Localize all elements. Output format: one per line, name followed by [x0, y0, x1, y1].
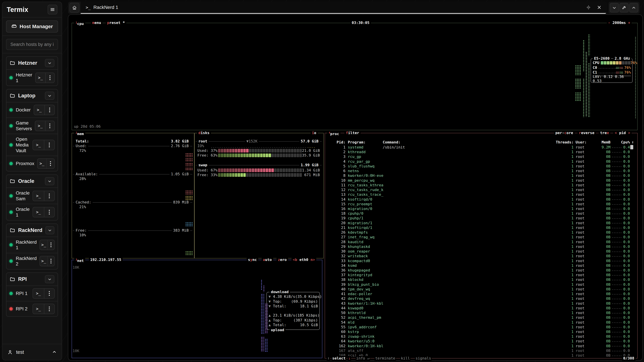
interface-switcher[interactable]: <b eth0 n>	[292, 257, 316, 262]
host-item-rpi-2[interactable]: RPI 2>_	[6, 301, 58, 317]
host-item-racknerd-1[interactable]: RackNerd 1>_	[6, 237, 58, 253]
group-header[interactable]: RackNerd	[6, 224, 58, 237]
open-terminal-button[interactable]: >_	[33, 140, 44, 150]
process-row[interactable]: 10mm_percpu_wq1root0B0.0	[327, 178, 635, 183]
process-row[interactable]: 55ipv6_addrconf1root0B0.0	[327, 325, 635, 330]
auto-button[interactable]: auto	[262, 257, 273, 262]
process-row[interactable]: 43kworker/1:1H-kbl1root0B0.0	[327, 301, 635, 306]
home-button[interactable]	[70, 3, 79, 12]
host-menu-button[interactable]	[44, 304, 54, 314]
process-row[interactable]: 5slub_flushwq1root0B0.0	[327, 164, 635, 169]
open-terminal-button[interactable]: >_	[36, 73, 45, 83]
process-row[interactable]: 27inet_frag_wq1root0B0.0	[327, 235, 635, 240]
sync-button[interactable]: sync	[247, 257, 258, 262]
process-row[interactable]: 41edac-poller1root0B0.0	[327, 292, 635, 296]
host-item-open-media-vault[interactable]: Open Media Vault>_	[6, 134, 58, 156]
process-row[interactable]: 3rcu_gp1root0B0.0	[327, 154, 635, 159]
process-row[interactable]: 167ata_sff1root0B0.0	[327, 349, 635, 353]
select-up-icon[interactable]: ↑	[327, 356, 330, 361]
group-collapse-button[interactable]	[45, 177, 54, 185]
menu-button-terminal[interactable]: menu	[91, 20, 102, 25]
open-terminal-button[interactable]: >_	[38, 159, 46, 168]
open-terminal-button[interactable]: >_	[35, 121, 45, 131]
process-row[interactable]: 13rcu_tasks_trace_1root0B0.0	[327, 192, 635, 197]
process-row[interactable]: 50kthrotld1root0B0.0	[327, 311, 635, 315]
process-row[interactable]: 19cpuhp/11root0B0.0	[327, 216, 635, 221]
group-header[interactable]: Hetzner	[6, 57, 58, 69]
host-item-racknerd-2[interactable]: RackNerd 2>_	[6, 253, 58, 269]
zero-button[interactable]: zero	[276, 257, 288, 262]
menu-button[interactable]	[48, 5, 57, 14]
per-core-button[interactable]: per-core	[554, 131, 574, 135]
group-header[interactable]: Laptop	[6, 89, 58, 102]
process-row[interactable]: 29khungtaskd1root0B0.0	[327, 244, 635, 249]
process-row[interactable]: 21ksoftirqd/11root0B0.0	[327, 225, 635, 230]
interval-increase[interactable]: +	[628, 21, 630, 25]
open-terminal-button[interactable]: >_	[40, 256, 47, 266]
group-collapse-button[interactable]	[45, 275, 54, 283]
process-row[interactable]: 2kthreadd1root0B0.0	[327, 150, 635, 154]
sidebar-footer[interactable]: test	[2, 344, 62, 360]
process-row[interactable]: 33kcompactd01root0B0.0	[327, 259, 635, 263]
host-menu-button[interactable]	[45, 105, 54, 115]
disks-io-toggle[interactable]: io	[310, 131, 318, 135]
group-collapse-button[interactable]	[46, 226, 54, 234]
tree-button[interactable]: tree	[599, 131, 610, 135]
host-menu-button[interactable]	[46, 73, 54, 83]
terminal-window[interactable]: 1cpu menu preset * 03:30:05 - 2000ms + u…	[68, 14, 643, 361]
process-row[interactable]: 16migration/01root0B0.0	[327, 206, 635, 211]
process-row[interactable]: 44kswapd01root0B0.0	[327, 306, 635, 311]
process-row[interactable]: 20migration/11root0B0.0	[327, 221, 635, 225]
process-row[interactable]: 14ksoftirqd/01root0B0.0	[327, 197, 635, 202]
panel-down-button[interactable]	[610, 3, 619, 12]
host-item-hetzner-1[interactable]: Hetzner 1>_	[6, 69, 58, 86]
chevron-up-icon[interactable]	[52, 350, 57, 355]
process-row[interactable]: 4rcu_par_gp1root0B0.0	[327, 159, 635, 164]
process-row[interactable]: 6netns1root0B0.0	[327, 169, 635, 173]
select-down-icon[interactable]: ↓	[348, 356, 351, 361]
info-button[interactable]: info ↵	[356, 356, 370, 361]
process-row[interactable]: 54mld1root0B0.0	[327, 320, 635, 325]
host-item-docker[interactable]: Docker>_	[6, 102, 58, 117]
process-row[interactable]: 15rcu_preempt1root0B0.0	[327, 202, 635, 206]
process-row[interactable]: 1systemd/sbin/init1root9.2M0.4	[327, 145, 635, 150]
process-row[interactable]: 38kblockd1root0B0.0	[327, 277, 635, 282]
tools-button[interactable]	[620, 3, 628, 12]
col-command[interactable]: Command:	[383, 140, 400, 145]
process-row[interactable]: 42devfreq_wq1root0B0.0	[327, 296, 635, 301]
col-program[interactable]: Program:	[348, 140, 366, 145]
filter-button[interactable]: filter	[344, 131, 360, 135]
host-item-rpi-1[interactable]: RPI 1>_	[6, 286, 58, 301]
group-collapse-button[interactable]	[45, 92, 54, 100]
process-row[interactable]: 162kworker/0:1H-kbl1root0B0.0	[327, 344, 635, 349]
group-header[interactable]: RPI	[6, 273, 58, 286]
proc-scrollbar-thumb[interactable]	[630, 145, 633, 149]
process-row[interactable]: 52acpi_thermal_pm1root0B0.0	[327, 315, 635, 320]
host-menu-button[interactable]	[44, 191, 54, 201]
signals-button[interactable]: signals	[415, 356, 432, 361]
process-row[interactable]: 60kstrp1root0B0.0	[327, 330, 635, 334]
host-item-oracle-sam[interactable]: Oracle Sam>_	[6, 188, 58, 204]
open-terminal-button[interactable]: >_	[34, 105, 44, 115]
host-menu-button[interactable]	[44, 207, 54, 217]
col-cpu[interactable]: Cpu%	[611, 140, 630, 145]
process-row[interactable]: 28kauditd1root0B0.0	[327, 240, 635, 244]
reverse-button[interactable]: reverse	[578, 131, 596, 135]
process-row[interactable]: 11rcu_tasks_kthrea1root0B0.0	[327, 183, 635, 188]
process-row[interactable]: 63zswap-shrink1root0B0.0	[327, 334, 635, 339]
col-mem[interactable]: MemB	[588, 140, 610, 145]
col-threads[interactable]: Threads:	[550, 140, 574, 145]
tab-racknerd-1[interactable]: >_ RackNerd 1	[81, 2, 607, 14]
sort-column-switcher[interactable]: < pid >	[613, 131, 632, 135]
process-row[interactable]: 64kworker/u5:01root0B0.0	[327, 339, 635, 344]
host-menu-button[interactable]	[44, 140, 54, 150]
open-terminal-button[interactable]: >_	[40, 240, 47, 250]
close-tab-icon[interactable]	[597, 5, 602, 10]
host-item-proxmox[interactable]: Proxmox>_	[6, 156, 58, 171]
col-pid[interactable]: Pid:	[327, 140, 346, 145]
split-view-icon[interactable]	[586, 5, 591, 10]
group-collapse-button[interactable]	[45, 59, 54, 67]
open-terminal-button[interactable]: >_	[33, 191, 44, 201]
host-manager-button[interactable]: Host Manager	[6, 20, 58, 32]
host-menu-button[interactable]	[48, 240, 54, 250]
